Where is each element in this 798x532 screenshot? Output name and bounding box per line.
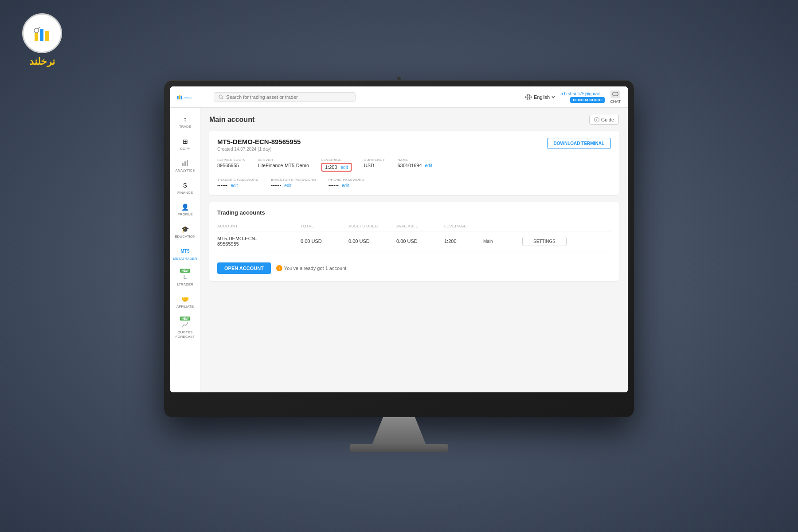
app-ui: LiteFinance [170, 86, 628, 392]
phone-password-label: PHONE PASSWORD [329, 178, 364, 182]
table-row: MT5-DEMO-ECN-89565955 0.00 USD 0.00 USD … [217, 231, 611, 251]
col-account: ACCOUNT [217, 224, 297, 228]
phone-password-edit[interactable]: edit [342, 183, 349, 188]
leverage-edit[interactable]: edit [341, 165, 348, 170]
sidebar-item-analytics[interactable]: ANALYTICS [172, 155, 198, 176]
sidebar-item-metatrader[interactable]: MT5 METATRADER [172, 243, 198, 265]
svg-rect-0 [35, 33, 38, 41]
server-login-group: SERVER LOGIN 89565955 [217, 158, 245, 172]
finance-icon: $ [181, 181, 190, 190]
server-group: SERVER LiteFinance-MT5-Demo [258, 158, 309, 172]
education-label: EDUCATION [175, 235, 196, 239]
info-icon: i [594, 117, 599, 122]
chat-button[interactable]: CHAT [610, 90, 621, 104]
account-name: MT5-DEMO-ECN-89565955 [217, 138, 301, 145]
logo-circle [22, 13, 62, 53]
row-available: 0.00 USD [396, 239, 441, 244]
traders-password-edit[interactable]: edit [231, 183, 238, 188]
page-title: Main account [209, 116, 254, 124]
svg-rect-1 [40, 29, 43, 41]
sidebar-item-copy[interactable]: ⊞ COPY [172, 133, 198, 155]
server-label: SERVER [258, 158, 309, 162]
navbar-search[interactable] [214, 92, 356, 102]
svg-text:i: i [596, 118, 597, 121]
affiliate-icon: 🤝 [181, 295, 190, 304]
col-actions [522, 224, 567, 228]
ltrader-icon: L [181, 273, 190, 282]
user-email: a.h.sharifi75@gmail.co... [560, 91, 605, 96]
row-account: MT5-DEMO-ECN-89565955 [217, 236, 297, 246]
navbar-brand: LiteFinance [177, 93, 208, 102]
settings-button[interactable]: SETTINGS [522, 237, 567, 246]
quotes-new-badge: NEW [180, 317, 190, 321]
sidebar-item-trade[interactable]: ↕ TRADE [172, 111, 198, 133]
guide-button[interactable]: i Guide [589, 115, 619, 125]
svg-line-4 [38, 27, 40, 29]
profile-label: PROFILE [177, 212, 192, 217]
metatrader-label: METATRADER [173, 257, 197, 261]
guide-label: Guide [601, 117, 614, 122]
brand-name: نرخلند [13, 56, 71, 67]
col-assets-used: ASSETS USED [348, 224, 393, 228]
sidebar-item-education[interactable]: 🎓 EDUCATION [172, 221, 198, 243]
name-group: NAME 630101694 edit [397, 158, 432, 172]
language-label: English [534, 94, 550, 100]
row-total: 0.00 USD [301, 239, 345, 244]
phone-password-group: PHONE PASSWORD •••••• edit [329, 178, 364, 188]
svg-rect-6 [179, 95, 180, 99]
open-account-button[interactable]: OPEN ACCOUNT [217, 262, 271, 274]
svg-rect-5 [177, 96, 179, 99]
svg-rect-16 [184, 161, 186, 166]
info-text-label: You've already got 1 account. [284, 266, 348, 271]
name-value: 630101694 edit [397, 163, 432, 168]
language-selector[interactable]: English [525, 94, 555, 101]
navbar-right: English a.h.sharifi75@gmail.co... DEMO A… [525, 90, 621, 104]
user-info: a.h.sharifi75@gmail.co... DEMO ACCOUNT [560, 91, 605, 103]
analytics-icon [181, 159, 190, 168]
chevron-down-icon [552, 95, 555, 99]
row-type: Main [483, 239, 519, 244]
analytics-label: ANALYTICS [176, 168, 195, 173]
name-edit[interactable]: edit [425, 163, 432, 168]
sidebar-item-profile[interactable]: 👤 PROFILE [172, 199, 198, 220]
litefinance-logo: LiteFinance [177, 93, 192, 102]
password-row: TRADER'S PASSWORD •••••• edit INVESTOR'S… [217, 178, 611, 188]
svg-rect-14 [613, 92, 618, 96]
name-label: NAME [397, 158, 432, 162]
monitor-bezel: LiteFinance [170, 86, 628, 392]
investors-password-group: INVESTOR'S PASSWORD •••••• edit [271, 178, 316, 188]
sidebar-item-finance[interactable]: $ FINANCE [172, 177, 198, 199]
row-leverage: 1:200 [444, 239, 480, 244]
chat-icon [610, 90, 620, 98]
leverage-number: 1:200 [325, 164, 337, 170]
trading-accounts-title: Trading accounts [217, 209, 611, 216]
quotes-icon [181, 321, 190, 329]
finance-label: FINANCE [177, 191, 193, 195]
sidebar-item-quotes-forecast[interactable]: NEW QUOTES FORECAST [172, 313, 198, 342]
table-header: ACCOUNT TOTAL ASSETS USED AVAILABLE LEVE… [217, 221, 611, 231]
monitor-base [350, 444, 448, 452]
affiliate-label: AFFILIATE [176, 305, 194, 309]
trade-icon: ↕ [181, 115, 190, 124]
traders-password-label: TRADER'S PASSWORD [217, 178, 258, 182]
leverage-group: LEVERAGE 1:200 edit [321, 158, 352, 172]
search-input[interactable] [226, 94, 351, 100]
svg-point-3 [34, 28, 39, 33]
investors-password-edit[interactable]: edit [284, 183, 291, 188]
logo-icon [31, 24, 53, 42]
col-leverage: LEVERAGE [444, 224, 480, 228]
svg-rect-17 [187, 160, 188, 166]
download-terminal-button[interactable]: DOWNLOAD TERMINAL [547, 138, 611, 149]
main-layout: ↕ TRADE ⊞ COPY [170, 108, 628, 392]
svg-text:LiteFinance: LiteFinance [183, 97, 192, 99]
trading-accounts-card: Trading accounts ACCOUNT TOTAL ASSETS US… [209, 202, 619, 281]
sidebar-item-ltrader[interactable]: NEW L LTRADER [172, 265, 198, 290]
svg-rect-7 [180, 95, 182, 99]
page-header: Main account i Guide [209, 115, 619, 125]
monitor-shell: LiteFinance [164, 80, 634, 417]
ltrader-label: LTRADER [177, 282, 193, 287]
sidebar-item-affiliate[interactable]: 🤝 AFFILIATE [172, 291, 198, 313]
leverage-label: LEVERAGE [321, 158, 352, 162]
investors-password-label: INVESTOR'S PASSWORD [271, 178, 316, 182]
col-total: TOTAL [301, 224, 345, 228]
